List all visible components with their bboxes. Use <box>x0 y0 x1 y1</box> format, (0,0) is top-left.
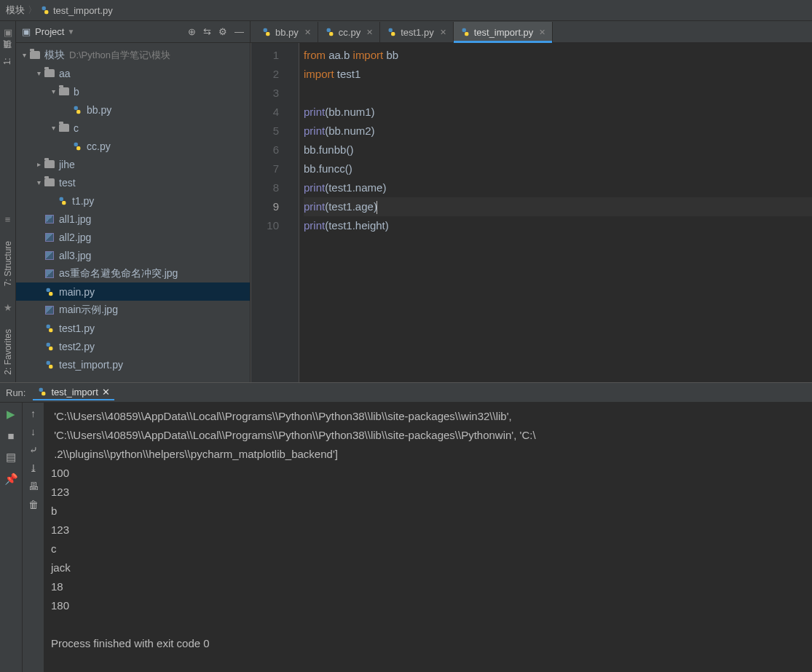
close-icon[interactable]: ✕ <box>304 28 311 37</box>
console-output[interactable]: 'C:\\Users\\40859\\AppData\\Local\\Progr… <box>44 403 812 672</box>
tree-file-test2py[interactable]: test2.py <box>16 337 250 355</box>
locate-icon[interactable]: ⊕ <box>188 26 196 37</box>
tree-file-testimport[interactable]: test_import.py <box>16 355 250 373</box>
run-tab[interactable]: test_import ✕ <box>33 385 114 400</box>
svg-rect-6 <box>60 197 63 200</box>
tree-folder-c[interactable]: ▾c <box>16 119 250 137</box>
tree-file-mainjpg[interactable]: main示例.jpg <box>16 301 250 319</box>
pin-button-icon[interactable]: 📌 <box>4 473 18 486</box>
tree-label: as重命名避免命名冲突.jpg <box>59 267 178 280</box>
expand-toggle-icon[interactable]: ▾ <box>48 87 58 95</box>
project-selector[interactable]: Project ▼ <box>35 26 184 37</box>
tree-root[interactable]: ▾ 模块 D:\Python自学笔记\模块 <box>16 46 250 64</box>
tree-file-test1py[interactable]: test1.py <box>16 319 250 337</box>
tree-label: all1.jpg <box>59 213 91 225</box>
svg-rect-2 <box>74 106 78 109</box>
project-rail-icon[interactable]: ▣ <box>4 27 12 38</box>
svg-rect-11 <box>49 328 52 332</box>
expand-toggle-icon[interactable]: ▸ <box>33 160 44 168</box>
breadcrumb-root[interactable]: 模块 <box>6 4 25 17</box>
close-icon[interactable]: ✕ <box>539 28 545 37</box>
project-header: ▣ Project ▼ ⊕ ⇆ ⚙ — <box>16 21 250 43</box>
editor-tabs: bb.py✕ cc.py✕ test1.py✕ test_import.py✕ <box>251 21 812 43</box>
trash-icon[interactable]: 🗑 <box>28 499 39 510</box>
svg-rect-14 <box>47 360 50 364</box>
python-file-icon <box>40 5 50 15</box>
tree-file-asjpg[interactable]: as重命名避免命名冲突.jpg <box>16 264 250 282</box>
svg-rect-1 <box>44 10 48 14</box>
tab-testimport[interactable]: test_import.py✕ <box>454 22 553 42</box>
close-icon[interactable]: ✕ <box>440 28 446 37</box>
tree-label: t1.py <box>72 195 94 207</box>
tree-file-mainpy[interactable]: main.py <box>16 282 250 301</box>
folder-icon <box>59 87 69 95</box>
breadcrumb-file-label: test_import.py <box>53 5 113 16</box>
collapse-icon[interactable]: ⇆ <box>203 26 211 37</box>
tree-label: bb.py <box>87 104 111 116</box>
structure-rail-icon[interactable]: ≡ <box>5 214 11 225</box>
image-file-icon <box>45 215 54 224</box>
tree-file-bbpy[interactable]: bb.py <box>16 100 250 119</box>
python-file-icon <box>387 27 397 37</box>
project-panel: ▣ Project ▼ ⊕ ⇆ ⚙ — ▾ 模块 D:\Python自学笔记\模 <box>16 21 251 382</box>
tree-label: 模块 <box>44 49 65 62</box>
close-icon[interactable]: ✕ <box>102 387 110 398</box>
tree-label: test_import.py <box>59 359 123 371</box>
tab-ccpy[interactable]: cc.py✕ <box>318 22 380 42</box>
tree-label: all3.jpg <box>59 250 91 261</box>
close-icon[interactable]: ✕ <box>366 28 373 37</box>
left-tool-rail: ▣ 1: 项目 ≡ 7: Structure ★ 2: Favorites <box>0 21 16 382</box>
tree-file-t1py[interactable]: t1.py <box>16 191 250 210</box>
tab-label: bb.py <box>275 27 299 38</box>
tree-file-all3[interactable]: all3.jpg <box>16 246 250 264</box>
run-panel: Run: test_import ✕ ▶ ■ ▤ 📌 ↑ ↓ ⤶ ⤓ 🖶 🗑 <box>0 382 812 672</box>
scroll-up-icon[interactable]: ↑ <box>31 408 36 419</box>
python-file-icon <box>460 27 470 37</box>
gear-icon[interactable]: ⚙ <box>218 26 227 37</box>
folder-icon <box>30 51 40 59</box>
tab-bbpy[interactable]: bb.py✕ <box>255 22 318 42</box>
run-toolbar-right: ↑ ↓ ⤶ ⤓ 🖶 🗑 <box>22 403 44 672</box>
print-icon[interactable]: 🖶 <box>28 481 39 492</box>
expand-toggle-icon[interactable]: ▾ <box>33 178 44 186</box>
scroll-end-icon[interactable]: ⤓ <box>29 462 38 474</box>
rail-structure-label[interactable]: 7: Structure <box>3 241 13 286</box>
tree-label: cc.py <box>87 141 111 152</box>
tree-folder-aa[interactable]: ▾aa <box>16 64 250 82</box>
code-body[interactable]: from aa.b import bb import test1 print(b… <box>299 43 812 382</box>
folder-icon <box>44 178 55 186</box>
image-file-icon <box>45 233 54 242</box>
code-editor[interactable]: 12345678910 from aa.b import bb import t… <box>251 43 812 382</box>
tab-test1py[interactable]: test1.py✕ <box>380 22 454 42</box>
hide-icon[interactable]: — <box>234 26 244 37</box>
expand-toggle-icon[interactable]: ▾ <box>19 51 29 59</box>
python-file-icon <box>71 141 83 151</box>
scroll-down-icon[interactable]: ↓ <box>31 426 36 438</box>
svg-rect-3 <box>76 110 80 114</box>
rail-project-label[interactable]: 1: 项目 <box>1 55 14 65</box>
expand-toggle-icon[interactable]: ▾ <box>33 69 44 77</box>
run-button-icon[interactable]: ▶ <box>7 408 15 421</box>
tree-file-ccpy[interactable]: cc.py <box>16 137 250 155</box>
favorites-rail-icon[interactable]: ★ <box>4 302 12 313</box>
stop-button-icon[interactable]: ■ <box>7 430 14 442</box>
tab-label: cc.py <box>339 27 360 38</box>
image-file-icon <box>45 251 54 260</box>
tree-file-all1[interactable]: all1.jpg <box>16 210 250 228</box>
breadcrumb-file[interactable]: test_import.py <box>40 5 113 16</box>
rail-favorites-label[interactable]: 2: Favorites <box>3 329 13 375</box>
run-header: Run: test_import ✕ <box>0 383 812 403</box>
fold-bar[interactable] <box>291 43 299 382</box>
softwrap-icon[interactable]: ⤶ <box>29 444 38 456</box>
tree-folder-test[interactable]: ▾test <box>16 173 250 191</box>
svg-rect-19 <box>329 32 333 36</box>
project-tree[interactable]: ▾ 模块 D:\Python自学笔记\模块 ▾aa ▾b bb.py ▾c cc… <box>16 43 250 382</box>
tree-folder-jihe[interactable]: ▸jihe <box>16 155 250 173</box>
expand-toggle-icon[interactable]: ▾ <box>48 124 58 132</box>
layout-button-icon[interactable]: ▤ <box>6 451 16 464</box>
svg-rect-9 <box>49 292 52 296</box>
tree-label: test2.py <box>59 341 95 352</box>
tree-label: main.py <box>59 286 95 298</box>
tree-file-all2[interactable]: all2.jpg <box>16 228 250 246</box>
tree-folder-b[interactable]: ▾b <box>16 82 250 100</box>
